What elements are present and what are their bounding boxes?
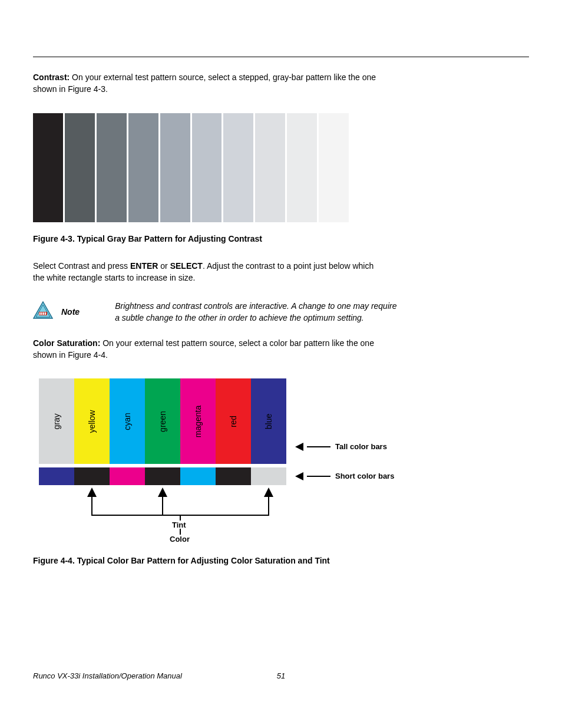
gray-bar — [192, 113, 222, 222]
select-key: SELECT — [170, 261, 203, 271]
saturation-paragraph: Color Saturation: On your external test … — [33, 337, 386, 361]
warning-triangle-icon — [33, 301, 53, 321]
contrast-instruction: Select Contrast and press ENTER or SELEC… — [33, 260, 386, 284]
gray-bar — [223, 113, 253, 222]
bar-label-red: red — [229, 416, 238, 427]
top-rule — [33, 57, 529, 57]
footer-title: Runco VX-33i Installation/Operation Manu… — [33, 671, 182, 680]
contrast-paragraph: Contrast: On your external test pattern … — [33, 71, 386, 95]
short-bar — [180, 467, 216, 485]
gray-bar — [255, 113, 285, 222]
tall-bar-blue: blue — [251, 378, 286, 464]
note-label: Note — [61, 307, 80, 317]
bar-label-magenta: magenta — [193, 406, 203, 437]
tall-bar-red: red — [216, 378, 251, 464]
gray-bar — [128, 113, 158, 222]
color-label: Color — [168, 535, 191, 543]
short-bars-label: Short color bars — [295, 472, 394, 480]
short-bar — [110, 467, 145, 485]
figure-4-4-caption: Figure 4-4. Typical Color Bar Pattern fo… — [33, 556, 529, 565]
figure-4-4: grayyellowcyangreenmagentaredblue Tall c… — [39, 378, 404, 545]
instr-mid: or — [158, 261, 170, 271]
gray-bar — [160, 113, 190, 222]
short-bar — [39, 467, 74, 485]
instr-pre: Select Contrast and press — [33, 261, 130, 271]
svg-rect-4 — [41, 312, 42, 315]
tall-bar-magenta: magenta — [180, 378, 216, 464]
contrast-text: On your external test pattern source, se… — [33, 73, 376, 94]
note-text: Brightness and contrast controls are int… — [115, 300, 398, 324]
gray-bar — [287, 113, 317, 222]
gray-bar — [33, 113, 63, 222]
bar-label-yellow: yellow — [87, 410, 97, 433]
svg-rect-6 — [45, 312, 46, 315]
svg-rect-5 — [43, 312, 44, 315]
tall-color-bars: grayyellowcyangreenmagentaredblue — [39, 378, 286, 464]
tall-bar-cyan: cyan — [110, 378, 145, 464]
bar-label-blue: blue — [264, 414, 273, 429]
enter-key: ENTER — [130, 261, 158, 271]
footer-page-number: 51 — [277, 671, 285, 680]
gray-bar-pattern — [33, 113, 381, 222]
tall-bar-green: green — [145, 378, 180, 464]
short-bar — [74, 467, 110, 485]
bar-label-gray: gray — [52, 413, 61, 429]
tall-bar-gray: gray — [39, 378, 74, 464]
svg-rect-3 — [39, 312, 41, 315]
tall-bars-label: Tall color bars — [295, 442, 387, 451]
tall-bar-yellow: yellow — [74, 378, 110, 464]
short-color-bars — [39, 467, 286, 485]
bracket-diagram: Tint Color — [39, 486, 286, 545]
note-block: Note Brightness and contrast controls ar… — [33, 300, 398, 324]
saturation-heading: Color Saturation: — [33, 338, 100, 348]
gray-bar — [65, 113, 95, 222]
short-bar — [145, 467, 180, 485]
bar-label-green: green — [158, 411, 167, 432]
figure-4-3-caption: Figure 4-3. Typical Gray Bar Pattern for… — [33, 234, 529, 243]
page-footer: Runco VX-33i Installation/Operation Manu… — [33, 671, 529, 680]
bar-label-cyan: cyan — [123, 413, 132, 430]
contrast-heading: Contrast: — [33, 73, 70, 82]
gray-bar — [351, 113, 381, 222]
short-bar — [251, 467, 286, 485]
gray-bar — [319, 113, 349, 222]
tint-label: Tint — [171, 521, 187, 529]
short-bar — [216, 467, 251, 485]
gray-bar — [97, 113, 127, 222]
